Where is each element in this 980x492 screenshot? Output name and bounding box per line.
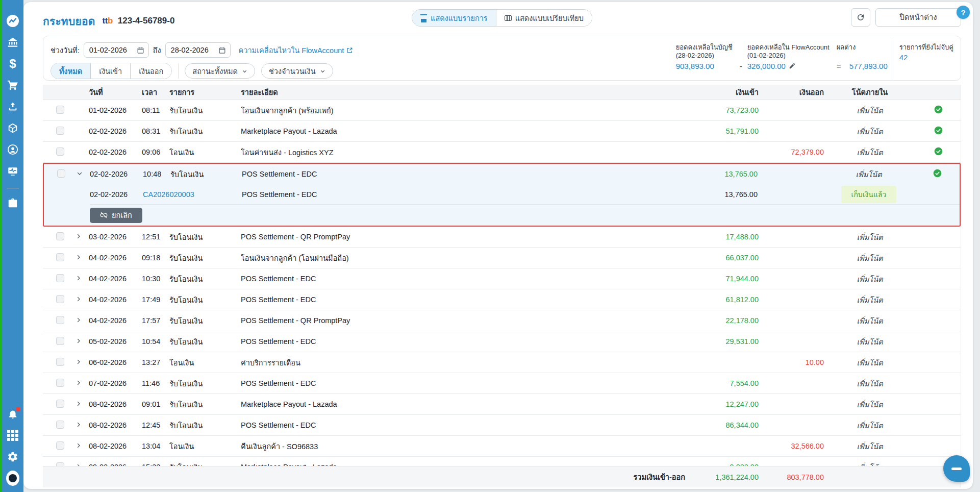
transaction-row[interactable]: 05-02-202610:54รับโอนเงินPOS Settlement … — [43, 331, 961, 352]
expand-chevron-icon[interactable] — [76, 337, 89, 346]
inventory-package-icon[interactable] — [6, 121, 19, 135]
view-compare-button[interactable]: แสดงแบบเปรียบเทียบ — [496, 10, 592, 26]
row-checkbox[interactable] — [56, 147, 64, 156]
expand-chevron-icon[interactable] — [76, 421, 89, 429]
briefcase-icon[interactable] — [6, 196, 19, 210]
expand-chevron-icon[interactable] — [76, 358, 89, 366]
transaction-row[interactable]: 04-02-202609:18รับโอนเงินโอนเงินจากลูกค้… — [43, 248, 961, 268]
flowaccount-movement-link[interactable]: ความเคลื่อนไหวใน FlowAccount — [239, 44, 354, 56]
close-window-button[interactable]: ปิดหน้าต่าง — [875, 8, 961, 27]
expand-chevron-icon[interactable] — [76, 463, 89, 466]
edit-balance-button[interactable] — [789, 62, 796, 69]
row-checkbox[interactable] — [56, 316, 64, 324]
note-cell: เพิ่มโน้ต — [824, 336, 916, 348]
add-note-link[interactable]: เพิ่มโน้ต — [857, 149, 883, 157]
expand-chevron-icon[interactable] — [76, 316, 89, 325]
flowaccount-logo-icon[interactable] — [6, 14, 19, 28]
add-note-link[interactable]: เพิ่มโน้ต — [857, 275, 883, 283]
transaction-row[interactable]: 03-02-202612:51รับโอนเงินPOS Settlement … — [43, 227, 961, 248]
view-list-button[interactable]: แสดงแบบรายการ — [412, 10, 496, 26]
add-note-link[interactable]: เพิ่มโน้ต — [857, 359, 883, 367]
add-note-link[interactable]: เพิ่มโน้ต — [857, 338, 883, 346]
row-checkbox[interactable] — [56, 379, 64, 387]
add-note-link[interactable]: เพิ่มโน้ต — [857, 463, 883, 466]
notifications-bell-icon[interactable] — [6, 407, 19, 421]
transaction-row[interactable]: 08-02-202612:45รับโอนเงินPOS Settlement … — [43, 415, 961, 436]
time-cell: 13:04 — [142, 442, 169, 450]
row-checkbox[interactable] — [56, 358, 64, 366]
transaction-row[interactable]: 09-02-202615:32รับโอนเงินMarketplace Pay… — [43, 457, 961, 466]
transaction-row[interactable]: 04-02-202617:57รับโอนเงินPOS Settlement … — [43, 310, 961, 331]
transaction-row[interactable]: 01-02-202608:11รับโอนเงินโอนเงินจากลูกค้… — [43, 100, 961, 121]
collapse-chevron-icon[interactable] — [77, 170, 83, 177]
filter-tab-money-in[interactable]: เงินเข้า — [90, 63, 130, 79]
add-note-link[interactable]: เพิ่มโน้ต — [857, 107, 883, 115]
add-note-link[interactable]: เพิ่มโน้ต — [856, 170, 882, 179]
status-dropdown[interactable]: สถานะทั้งหมด — [185, 63, 255, 79]
expand-chevron-icon[interactable] — [76, 233, 89, 241]
add-note-link[interactable]: เพิ่มโน้ต — [857, 233, 883, 241]
row-checkbox[interactable] — [56, 462, 64, 466]
bank-balance-summary: ยอดคงเหลือในบัญชี(28-02-2026) 903,893.00 — [676, 43, 733, 70]
transaction-row[interactable]: 02-02-202608:31รับโอนเงินMarketplace Pay… — [43, 121, 961, 142]
transaction-row-expanded[interactable]: 02-02-2026 10:48 รับโอนเงิน POS Settleme… — [44, 164, 960, 184]
reports-icon[interactable] — [6, 164, 19, 178]
transaction-row[interactable]: 06-02-202613:27โอนเงินค่าบริการรายเดือน1… — [43, 352, 961, 373]
amount-range-dropdown[interactable]: ช่วงจำนวนเงิน — [261, 63, 333, 79]
add-note-link[interactable]: เพิ่มโน้ต — [857, 380, 883, 388]
expand-chevron-icon[interactable] — [76, 442, 89, 450]
filter-tab-money-out[interactable]: เงินออก — [130, 63, 171, 79]
add-note-link[interactable]: เพิ่มโน้ต — [857, 128, 883, 136]
summary-divider — [892, 37, 892, 80]
row-checkbox[interactable] — [56, 106, 64, 114]
contacts-icon[interactable] — [6, 143, 19, 156]
add-note-link[interactable]: เพิ่มโน้ต — [857, 317, 883, 325]
date-from-input[interactable]: 01-02-2026 — [84, 42, 149, 58]
row-checkbox[interactable] — [56, 127, 64, 135]
transaction-row[interactable]: 08-02-202613:04โอนเงินคืนเงินลูกค้า - SO… — [43, 436, 961, 457]
row-checkbox[interactable] — [56, 253, 64, 261]
document-amount: 13,765.00 — [691, 190, 758, 199]
row-checkbox[interactable] — [56, 274, 64, 282]
chat-button[interactable] — [943, 455, 970, 482]
detail-cell: ค่าบริการรายเดือน — [241, 357, 692, 368]
transaction-row[interactable]: 04-02-202617:49รับโอนเงินPOS Settlement … — [43, 289, 961, 310]
transaction-row[interactable]: 04-02-202610:30รับโอนเงินPOS Settlement … — [43, 268, 961, 289]
row-checkbox[interactable] — [56, 400, 64, 408]
help-button[interactable]: ? — [957, 6, 970, 19]
money-icon[interactable]: $ — [6, 57, 19, 70]
row-checkbox[interactable] — [56, 421, 64, 429]
refresh-button[interactable] — [851, 8, 870, 27]
transaction-row[interactable]: 07-02-202611:46รับโอนเงินPOS Settlement … — [43, 373, 961, 394]
user-avatar[interactable] — [6, 472, 19, 485]
transaction-row[interactable]: 02-02-202609:06โอนเงินโอนค่าขนส่ง - Logi… — [43, 142, 961, 163]
expand-chevron-icon[interactable] — [76, 379, 89, 387]
transaction-row[interactable]: 08-02-202609:01รับโอนเงินMarketplace Pay… — [43, 394, 961, 415]
row-checkbox[interactable] — [57, 169, 65, 178]
row-checkbox[interactable] — [56, 232, 64, 240]
document-number-link[interactable]: CA2026020003 — [143, 190, 242, 199]
expand-chevron-icon[interactable] — [76, 400, 89, 408]
expand-chevron-icon[interactable] — [76, 254, 89, 262]
row-checkbox[interactable] — [56, 441, 64, 450]
cart-icon[interactable] — [6, 79, 19, 92]
bank-icon[interactable] — [6, 36, 19, 49]
filter-divider — [178, 63, 179, 79]
detail-cell: POS Settlement - EDC — [241, 379, 692, 387]
apps-grid-icon[interactable] — [6, 429, 19, 442]
row-checkbox[interactable] — [56, 337, 64, 345]
add-note-link[interactable]: เพิ่มโน้ต — [857, 442, 883, 451]
filter-tab-all[interactable]: ทั้งหมด — [51, 63, 90, 79]
upload-icon[interactable] — [6, 100, 19, 113]
unmatch-cancel-button[interactable]: ยกเลิก — [90, 208, 142, 223]
add-note-link[interactable]: เพิ่มโน้ต — [857, 296, 883, 304]
row-checkbox[interactable] — [56, 295, 64, 303]
add-note-link[interactable]: เพิ่มโน้ต — [857, 422, 883, 430]
expand-chevron-icon[interactable] — [76, 296, 89, 304]
time-cell: 17:49 — [142, 296, 169, 304]
add-note-link[interactable]: เพิ่มโน้ต — [857, 254, 883, 262]
settings-gear-icon[interactable] — [6, 450, 19, 463]
date-to-input[interactable]: 28-02-2026 — [165, 42, 231, 58]
add-note-link[interactable]: เพิ่มโน้ต — [857, 401, 883, 409]
expand-chevron-icon[interactable] — [76, 275, 89, 283]
